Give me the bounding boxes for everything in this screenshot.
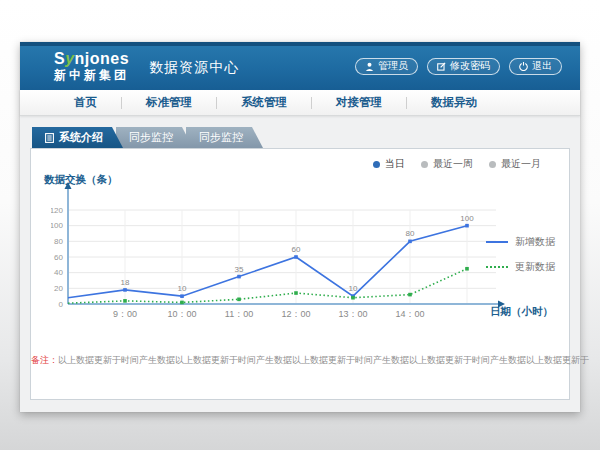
svg-text:120: 120 — [51, 206, 64, 215]
svg-text:60: 60 — [292, 245, 301, 254]
x-axis-title: 日期（小时） — [490, 305, 553, 319]
app-header: Synjones 新中新集团 数据资源中心 管理员 修改密码 — [20, 42, 580, 90]
solid-line-icon — [486, 241, 508, 243]
svg-text:100: 100 — [51, 221, 64, 230]
note-prefix: 备注： — [31, 355, 58, 365]
nav-item-interface-mgmt[interactable]: 对接管理 — [312, 95, 406, 110]
tab-label: 同步监控 — [199, 127, 243, 148]
tab-sync-monitor-1[interactable]: 同步监控 — [116, 127, 193, 148]
nav-item-data-change[interactable]: 数据异动 — [407, 95, 501, 110]
admin-user-button[interactable]: 管理员 — [355, 58, 418, 75]
line-chart: 0204060801001209：0010：0011：0012：0013：001… — [51, 179, 521, 331]
tab-label: 系统介绍 — [59, 127, 103, 148]
time-range-radio-group: 当日 最近一周 最近一月 — [373, 157, 541, 171]
content-area: 系统介绍 同步监控 同步监控 当日 最近一周 — [20, 116, 580, 412]
tab-bar: 系统介绍 同步监控 同步监控 — [32, 127, 256, 148]
nav-item-standard-mgmt[interactable]: 标准管理 — [122, 95, 216, 110]
svg-text:80: 80 — [54, 237, 63, 246]
legend-new-data-label: 新增数据 — [515, 235, 555, 249]
change-password-label: 修改密码 — [450, 59, 490, 73]
svg-text:60: 60 — [54, 253, 63, 262]
header-actions: 管理员 修改密码 退出 — [355, 58, 562, 75]
brand-logo: Synjones 新中新集团 — [54, 51, 129, 81]
brand-name: Synjones — [54, 51, 129, 68]
svg-text:10: 10 — [349, 284, 358, 293]
radio-last-week-label: 最近一周 — [433, 157, 473, 171]
legend-item-new-data: 新增数据 — [486, 235, 555, 249]
main-nav: 首页 标准管理 系统管理 对接管理 数据异动 — [20, 90, 580, 116]
legend-item-updated-data: 更新数据 — [486, 260, 555, 274]
svg-text:13：00: 13：00 — [338, 309, 367, 319]
radio-last-week[interactable]: 最近一周 — [421, 157, 473, 171]
note-text: 以上数据更新于时间产生数据以上数据更新于时间产生数据以上数据更新于时间产生数据以… — [58, 355, 589, 365]
svg-text:35: 35 — [235, 265, 244, 274]
svg-text:0: 0 — [59, 300, 64, 309]
svg-text:10：00: 10：00 — [167, 309, 196, 319]
radio-today-label: 当日 — [385, 157, 405, 171]
footer-note: 备注：以上数据更新于时间产生数据以上数据更新于时间产生数据以上数据更新于时间产生… — [31, 354, 569, 367]
svg-text:40: 40 — [54, 268, 63, 277]
page-title: 数据资源中心 — [149, 59, 239, 77]
change-password-button[interactable]: 修改密码 — [427, 58, 500, 75]
svg-text:20: 20 — [54, 284, 63, 293]
svg-text:11：00: 11：00 — [225, 309, 253, 319]
svg-text:12：00: 12：00 — [281, 309, 310, 319]
brand-subname: 新中新集团 — [54, 69, 129, 82]
chart-container: 0204060801001209：0010：0011：0012：0013：001… — [51, 179, 521, 331]
svg-text:10: 10 — [178, 284, 187, 293]
header-top-strip — [20, 42, 580, 46]
content-panel: 当日 最近一周 最近一月 数据交换（条） 0204060801001209：00… — [30, 148, 570, 400]
nav-item-home[interactable]: 首页 — [50, 95, 121, 110]
legend-updated-data-label: 更新数据 — [515, 260, 555, 274]
nav-item-system-mgmt[interactable]: 系统管理 — [217, 95, 311, 110]
desktop-background: Synjones 新中新集团 数据资源中心 管理员 修改密码 — [0, 0, 600, 450]
document-icon — [45, 133, 54, 143]
radio-dot-icon — [421, 161, 428, 168]
tab-sync-monitor-2[interactable]: 同步监控 — [186, 127, 263, 148]
chart-legend: 新增数据 更新数据 — [486, 235, 555, 274]
tab-label: 同步监控 — [129, 127, 173, 148]
svg-text:9：00: 9：00 — [113, 309, 137, 319]
svg-text:18: 18 — [121, 278, 130, 287]
logout-button[interactable]: 退出 — [509, 58, 562, 75]
dotted-line-icon — [486, 266, 508, 268]
admin-user-label: 管理员 — [378, 59, 408, 73]
svg-text:14：00: 14：00 — [395, 309, 424, 319]
edit-icon — [437, 62, 446, 71]
radio-dot-icon — [373, 161, 380, 168]
browser-page: Synjones 新中新集团 数据资源中心 管理员 修改密码 — [20, 42, 580, 412]
power-icon — [519, 62, 528, 71]
radio-today[interactable]: 当日 — [373, 157, 405, 171]
logout-label: 退出 — [532, 59, 552, 73]
svg-text:80: 80 — [406, 229, 415, 238]
tab-system-intro[interactable]: 系统介绍 — [32, 127, 123, 148]
svg-text:100: 100 — [460, 214, 474, 223]
radio-dot-icon — [489, 161, 496, 168]
radio-last-month[interactable]: 最近一月 — [489, 157, 541, 171]
radio-last-month-label: 最近一月 — [501, 157, 541, 171]
user-icon — [365, 62, 374, 71]
